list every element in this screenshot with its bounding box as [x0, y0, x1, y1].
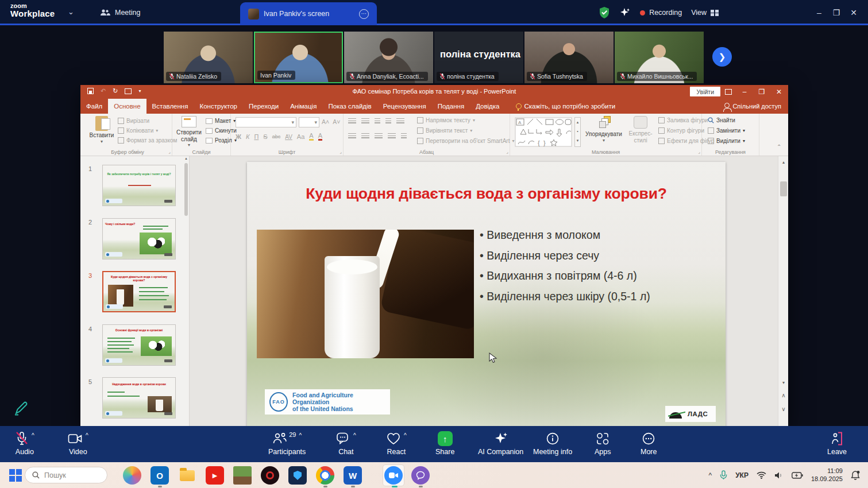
shrink-font-icon[interactable]: A˅ — [333, 118, 340, 125]
share-document-button[interactable]: Спільний доступ — [724, 103, 781, 110]
slide-bullet-list[interactable]: Виведення з молоком Виділення через сечу… — [480, 228, 695, 310]
recording-indicator[interactable]: Recording — [640, 9, 682, 17]
tab-help[interactable]: Довідка — [470, 99, 505, 114]
speaker-icon[interactable] — [774, 471, 784, 479]
new-slide-button[interactable]: Створити слайд ▾ — [173, 116, 205, 148]
replace-button[interactable]: Замінити▾ — [708, 127, 745, 134]
minecraft-app-icon[interactable] — [233, 466, 252, 485]
shapes-scroll-down-icon[interactable]: ▾ — [575, 136, 580, 145]
slide-thumbnail-3-current[interactable]: Куди щодня дівається вода з організму ко… — [102, 271, 176, 312]
thumbnail-scrollbar[interactable]: ▴ — [183, 156, 189, 426]
scroll-down-button[interactable]: ▾ — [778, 378, 789, 387]
text-direction-button[interactable]: Напрямок тексту▾ — [417, 117, 475, 123]
arrange-dropdown-icon[interactable]: ▾ — [584, 138, 624, 143]
shape-outline-button[interactable]: Контур фігури — [658, 127, 704, 134]
cut-button[interactable]: Вирізати — [118, 118, 149, 124]
tab-shared-screen[interactable]: Ivan Pankiv's screen ⋯ — [240, 2, 377, 25]
notifications-bell-icon[interactable] — [851, 470, 860, 480]
tab-home[interactable]: Основне — [108, 99, 146, 114]
ai-companion-button[interactable]: AI Companion — [478, 431, 523, 456]
slide-thumbnail-4[interactable]: Основні функції води в організмі — [102, 324, 176, 366]
slide-scrollbar[interactable]: ▴ ▾ ∧ ∨ — [778, 156, 788, 426]
tab-options-button[interactable]: ⋯ — [359, 9, 369, 19]
grow-font-icon[interactable]: A˄ — [322, 118, 329, 125]
tab-view[interactable]: Подання — [432, 99, 470, 114]
change-case-button[interactable]: Aa — [297, 133, 304, 140]
workspace-chevron-down-icon[interactable]: ⌄ — [68, 7, 74, 16]
shapes-scroll-buttons[interactable]: ▴ • ▾ — [574, 117, 581, 147]
clipboard-dialog-launcher[interactable]: ⌟ — [168, 149, 171, 154]
game-app-icon[interactable] — [261, 466, 279, 485]
annotation-pencil-icon[interactable] — [13, 401, 29, 417]
participants-caret[interactable]: ^ — [299, 432, 302, 439]
more-button[interactable]: More — [641, 431, 657, 456]
milk-glass-image[interactable] — [257, 230, 474, 358]
arrange-button[interactable]: Упорядкувати ▾ — [584, 116, 624, 143]
previous-slide-button[interactable]: ∧ — [778, 390, 789, 400]
leave-button[interactable]: Leave — [827, 431, 847, 456]
video-button[interactable]: ^ Video — [68, 431, 88, 456]
format-painter-button[interactable]: Формат за зразком — [118, 137, 177, 144]
share-screen-button[interactable]: ↑ Share — [435, 431, 454, 456]
battery-charging-icon[interactable] — [792, 472, 803, 479]
smartart-button[interactable]: Перетворити на об'єкт SmartArt▾ — [417, 138, 514, 144]
wifi-icon[interactable] — [757, 471, 766, 479]
columns-icon[interactable] — [401, 133, 407, 140]
slide-canvas[interactable]: Куди щодня дівається вода з організму ко… — [247, 162, 726, 431]
copy-button[interactable]: Копіювати▾ — [118, 127, 158, 134]
viber-app-icon[interactable] — [411, 466, 430, 485]
tab-animations[interactable]: Анімація — [284, 99, 322, 114]
align-left-icon[interactable] — [348, 133, 356, 140]
tab-design[interactable]: Конструктор — [194, 99, 243, 114]
tell-me-box[interactable]: Скажіть, що потрібно зробити — [510, 99, 622, 114]
file-explorer-app-icon[interactable] — [178, 466, 196, 485]
view-button[interactable]: View — [691, 9, 719, 17]
thumb-scroll-up-icon[interactable]: ▴ — [183, 156, 189, 161]
scroll-thumb[interactable] — [780, 181, 787, 196]
shapes-scroll-dot[interactable]: • — [575, 127, 580, 136]
paste-dropdown-icon[interactable]: ▾ — [88, 139, 115, 144]
bold-button[interactable]: Ж — [236, 133, 241, 140]
video-tile-sofia[interactable]: Sofia Tushnytska — [524, 32, 614, 83]
increase-indent-icon[interactable] — [385, 118, 391, 125]
word-app-icon[interactable]: W — [344, 466, 362, 485]
slide-editor-area[interactable]: Куди щодня дівається вода з організму ко… — [190, 156, 778, 426]
participants-button[interactable]: 29 ^ Participants — [268, 431, 306, 456]
tab-file[interactable]: Файл — [80, 99, 108, 114]
grow-shrink-font[interactable]: A˄A˅ — [322, 118, 340, 125]
font-dialog-launcher[interactable]: ⌟ — [340, 149, 342, 154]
zoom-app-icon[interactable] — [384, 466, 403, 485]
underline-button[interactable]: П — [254, 133, 259, 140]
paste-button[interactable]: Вставити ▾ — [88, 116, 115, 144]
video-tile-mykhailo[interactable]: Михайло Вишньовськ... — [615, 32, 704, 83]
window-close-button[interactable]: ✕ — [845, 8, 862, 17]
youtube-app-icon[interactable]: ▶ — [206, 466, 224, 485]
next-slide-button[interactable]: ∨ — [778, 404, 789, 413]
highlight-color-button[interactable]: А — [309, 133, 313, 141]
audio-button[interactable]: ^ Audio — [15, 431, 34, 456]
ai-sparkle-icon[interactable] — [619, 7, 631, 18]
shapes-gallery[interactable]: A {} — [515, 117, 572, 147]
chrome-app-icon[interactable] — [316, 466, 334, 485]
video-tile-nataliia[interactable]: Nataliia Zelisko — [164, 32, 253, 83]
chat-button[interactable]: ^ Chat — [336, 431, 356, 456]
apps-button[interactable]: Apps — [595, 431, 611, 456]
font-name-select[interactable]: ▾ — [236, 117, 296, 127]
slide-thumbnail-5[interactable]: Надходження води в організм корови — [102, 377, 176, 419]
tab-transitions[interactable]: Переходи — [243, 99, 284, 114]
thumbnail-scroll-thumb[interactable] — [184, 163, 188, 216]
video-options-caret[interactable]: ^ — [86, 432, 88, 439]
video-tile-polina[interactable]: поліна студентка поліна студентка — [434, 32, 523, 83]
bullet-list-icon[interactable] — [348, 118, 356, 125]
tab-slideshow[interactable]: Показ слайдів — [322, 99, 377, 114]
paragraph-dialog-launcher[interactable]: ⌟ — [506, 149, 508, 154]
react-caret[interactable]: ^ — [404, 432, 407, 439]
shapes-scroll-up-icon[interactable]: ▴ — [575, 118, 580, 127]
strikethrough-button[interactable]: S — [263, 133, 267, 140]
shape-fill-button[interactable]: Заливка фігури — [658, 117, 708, 123]
collapse-ribbon-button[interactable]: ⌃ — [777, 144, 781, 150]
tab-insert[interactable]: Вставлення — [146, 99, 194, 114]
slide-thumbnail-2[interactable]: Чому і скільки води? — [102, 218, 176, 260]
language-indicator[interactable]: УКР — [735, 471, 749, 479]
slide-thumbnail-1[interactable]: Як забезпечити потребу корів і телят у в… — [102, 165, 176, 206]
